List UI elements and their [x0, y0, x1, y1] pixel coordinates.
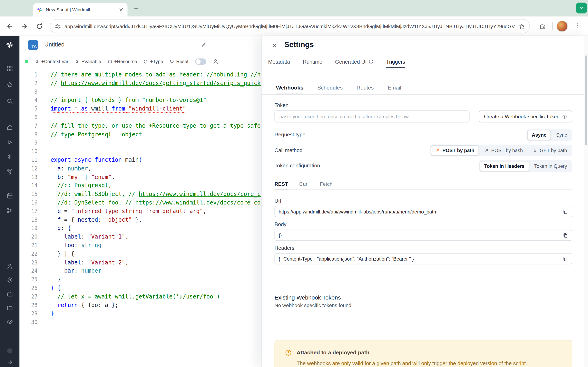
add-type-button[interactable]: +Type — [143, 59, 163, 64]
code-line-2[interactable]: // https://www.windmill.dev/docs/getting… — [51, 79, 261, 87]
tab-webhooks[interactable]: Webhooks — [276, 81, 303, 94]
assistant-toggle[interactable] — [195, 58, 206, 65]
new-tab-button[interactable] — [132, 4, 140, 12]
code-token: b — [51, 174, 61, 180]
code-line-8[interactable]: // type Postgresql = object — [51, 130, 261, 139]
option-async[interactable]: Async — [527, 130, 551, 140]
person-icon[interactable] — [213, 58, 218, 64]
add-resource-button[interactable]: +Resource — [107, 59, 137, 64]
tab-curl[interactable]: Curl — [299, 178, 309, 189]
home-icon[interactable] — [6, 123, 14, 131]
browser-menu-icon[interactable] — [575, 22, 581, 28]
browser-profile-button[interactable] — [576, 3, 587, 13]
code-line-9[interactable] — [51, 139, 261, 147]
code-area[interactable]: 1234567891011121314151617181920212223242… — [20, 70, 261, 367]
runs-icon[interactable] — [6, 138, 14, 146]
add-context-var-button[interactable]: +Context Var — [35, 59, 68, 64]
code-line-25[interactable]: } — [51, 275, 261, 284]
tab-generated-ui[interactable]: Generated UI — [335, 55, 373, 68]
profile-avatar[interactable] — [557, 21, 568, 32]
option-post-by-path[interactable]: POST by path — [431, 145, 479, 156]
option-get-by-path[interactable]: GET by path — [528, 145, 572, 156]
code-line-27[interactable]: // let x = await wmill.getVariable('u/us… — [51, 292, 261, 301]
extensions-icon[interactable] — [539, 22, 546, 30]
reload-button[interactable] — [35, 22, 43, 30]
code-line-26[interactable]: ) { — [51, 284, 261, 292]
code-line-10[interactable] — [51, 147, 261, 156]
windmill-logo-icon[interactable] — [6, 40, 14, 49]
code-line-14[interactable]: //c: Postgresql, — [51, 182, 261, 190]
code-line-19[interactable]: g: { — [51, 224, 261, 233]
apps-icon[interactable] — [6, 64, 14, 73]
code-line-21[interactable]: foo: string — [51, 241, 261, 250]
code-line-16[interactable]: //d: DynSelect_foo, // https://www.windm… — [51, 198, 261, 207]
code-line-13[interactable]: b: "my" | "enum", — [51, 173, 261, 182]
tab-triggers[interactable]: Triggers — [386, 55, 405, 68]
panel-scrollbar[interactable] — [584, 36, 588, 367]
tab-runtime[interactable]: Runtime — [303, 55, 322, 68]
option-token-in-query[interactable]: Token in Query — [530, 161, 571, 171]
edit-title-icon[interactable] — [201, 42, 207, 48]
code-line-20[interactable]: label: "Variant 1", — [51, 233, 261, 241]
copy-icon[interactable] — [562, 256, 568, 262]
flows-icon[interactable] — [6, 206, 14, 215]
reset-button[interactable]: Reset — [169, 59, 189, 64]
option-post-by-hash[interactable]: POST by hash — [480, 145, 527, 156]
code-line-5[interactable]: import * as wmill from "windmill-client" — [51, 105, 261, 113]
code-line-7[interactable]: // fill the type, or use the +Resource t… — [51, 122, 261, 130]
code-link[interactable]: https://www.windmill.dev/docs/getting_st… — [61, 80, 261, 86]
code-line-6[interactable] — [51, 113, 261, 122]
url-bar[interactable]: app.windmill.dev/scripts/add#JTdCJTIyaGF… — [50, 19, 530, 33]
code-line-3[interactable] — [51, 87, 261, 96]
copy-icon[interactable] — [562, 209, 568, 215]
scrollbar-thumb[interactable] — [585, 55, 587, 145]
code-link[interactable]: https://www.windmill.dev/docs/core_conce… — [135, 199, 261, 206]
resources-icon[interactable] — [6, 168, 14, 176]
code-line-24[interactable]: bar: number — [51, 267, 261, 275]
tab-metadata[interactable]: Metadata — [268, 55, 290, 68]
code-link[interactable]: https://www.windmill.dev/docs/core_conce… — [139, 191, 261, 197]
code-line-1[interactable]: // there are multiple modes to add as he… — [51, 70, 261, 79]
option-token-in-headers[interactable]: Token in Headers — [480, 161, 529, 171]
forward-button[interactable] — [21, 22, 28, 30]
workspace-icon[interactable] — [6, 290, 14, 298]
add-variable-button[interactable]: +Variable — [75, 59, 101, 64]
browser-tab[interactable]: New Script | Windmill — [33, 3, 128, 17]
site-settings-icon[interactable] — [55, 23, 61, 29]
code-line-29[interactable]: } — [51, 309, 261, 318]
code-line-28[interactable]: return { foo: a }; — [51, 301, 261, 309]
folders-icon[interactable] — [6, 304, 14, 312]
script-title[interactable]: Untitled — [44, 41, 65, 48]
settings-close-button[interactable] — [270, 41, 279, 50]
variables-icon[interactable] — [6, 153, 14, 161]
option-sync[interactable]: Sync — [552, 130, 571, 140]
copy-icon[interactable] — [562, 233, 568, 238]
tab-schedules[interactable]: Schedules — [317, 81, 343, 94]
collapse-sidebar-icon[interactable] — [6, 358, 14, 366]
code-line-22[interactable]: } | { — [51, 250, 261, 258]
settings-icon[interactable] — [6, 276, 14, 284]
tab-close-icon[interactable] — [118, 7, 124, 12]
code-line-12[interactable]: a: number, — [51, 164, 261, 173]
code-line-18[interactable]: f = { nested: "object" }, — [51, 216, 261, 224]
tab-fetch[interactable]: Fetch — [320, 178, 332, 189]
code-line-4[interactable]: // import { toWords } from "number-to-wo… — [51, 96, 261, 105]
code-line-17[interactable]: e = "inferred type string from default a… — [51, 207, 261, 216]
code-line-23[interactable]: label: "Variant 2", — [51, 258, 261, 267]
bookmark-icon[interactable] — [519, 23, 525, 29]
audit-logs-icon[interactable] — [6, 318, 14, 326]
code-line-15[interactable]: //d: wmill.S3Object, // https://www.wind… — [51, 190, 261, 199]
favorites-icon[interactable] — [6, 81, 14, 89]
schedules-icon[interactable] — [6, 192, 14, 200]
token-input[interactable] — [274, 110, 469, 123]
tab-rest[interactable]: REST — [274, 178, 288, 189]
search-icon[interactable] — [6, 97, 14, 105]
back-button[interactable] — [6, 22, 13, 30]
tab-routes[interactable]: Routes — [356, 81, 374, 94]
help-icon[interactable] — [6, 347, 14, 355]
code-line-30[interactable] — [51, 318, 261, 327]
users-icon[interactable] — [6, 262, 14, 270]
create-webhook-token-button[interactable]: Create a Webhook-specific Token — [479, 110, 572, 123]
code-line-11[interactable]: export async function main( — [51, 156, 261, 164]
tab-email[interactable]: Email — [388, 81, 401, 94]
